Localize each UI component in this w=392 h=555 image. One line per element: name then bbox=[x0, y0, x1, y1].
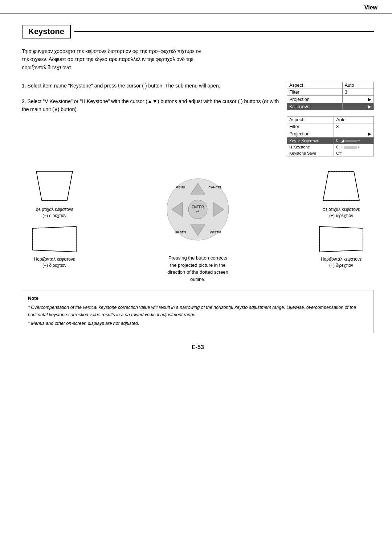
step-1: 1. Select item name "Keystone" and press… bbox=[22, 82, 279, 90]
menu2-cell-filter-label: Filter bbox=[287, 123, 334, 130]
steps-area: 1. Select item name "Keystone" and press… bbox=[22, 82, 374, 162]
h-plus-label: Ηοριζονταλ κεψστονε(+) διρεχτιον bbox=[321, 256, 362, 269]
menu2-row-vkeystone: Key ς Κεψστονε 0 ◢+ bbox=[287, 138, 374, 144]
svg-text:VKSTN: VKSTN bbox=[210, 230, 221, 234]
menu2-cell-vkeystone-label: Key ς Κεψστονε bbox=[287, 138, 334, 144]
menu2-cell-projection-label: Projection bbox=[287, 130, 334, 138]
page-number: E-53 bbox=[22, 344, 374, 358]
top-bar: View bbox=[0, 0, 392, 14]
menu1-cell-filter-label: Filter bbox=[287, 89, 343, 96]
trapezoid-h-minus-svg bbox=[31, 225, 78, 256]
menu1-cell-filter-value: 3 bbox=[342, 89, 373, 96]
menu2-row-hkeystone: H Keystone 0 −+ bbox=[287, 144, 374, 150]
trapezoid-v-plus-svg bbox=[318, 170, 365, 206]
menu2-row-2: Filter 3 bbox=[287, 123, 374, 130]
menu1-row-2: Filter 3 bbox=[287, 89, 374, 96]
main-content: Keystone Τηισ φυνχτιον χορρεχτσ τηε κεψσ… bbox=[0, 14, 392, 369]
left-shapes: φε ρτιχαλ κεψστονε(−) διρεχτιον Ηοριζοντ… bbox=[22, 170, 87, 268]
svg-text:↵: ↵ bbox=[196, 209, 200, 214]
note-box: Note * Overcompensation of the vertical … bbox=[22, 290, 374, 333]
svg-text:CANCEL: CANCEL bbox=[208, 185, 222, 189]
trapezoid-h-plus-svg bbox=[318, 225, 365, 256]
svg-text:HKSTN: HKSTN bbox=[175, 230, 186, 234]
view-label: View bbox=[364, 4, 377, 11]
note-line-1: * Overcompensation of the vertical keyst… bbox=[28, 304, 368, 318]
menu2-cell-filter-value: 3 bbox=[334, 123, 374, 130]
menu2-cell-vkeystone-value: 0 ◢+ bbox=[334, 138, 374, 144]
menu2-cell-hkeystone-value: 0 −+ bbox=[334, 144, 374, 150]
svg-marker-21 bbox=[323, 171, 359, 200]
menu2-row-keystonesave: Keystone Save Off bbox=[287, 150, 374, 156]
trapezoid-v-minus-svg bbox=[31, 170, 78, 206]
menu2-cell-keystonesave-value: Off bbox=[334, 150, 374, 156]
menu1-cell-projection-arrow: ▶ bbox=[342, 96, 373, 103]
diagrams-row: φε ρτιχαλ κεψστονε(−) διρεχτιον Ηοριζοντ… bbox=[22, 170, 374, 283]
section-title: Keystone bbox=[22, 25, 71, 38]
right-shapes: φε ρτιχαλ κεψστονε(+) διρεχτιον Ηοριζοντ… bbox=[309, 170, 374, 268]
steps-left: 1. Select item name "Keystone" and press… bbox=[22, 82, 279, 162]
svg-marker-26 bbox=[319, 227, 363, 252]
menu1-cell-aspect-label: Aspect bbox=[287, 82, 343, 89]
steps-right: Aspect Auto Filter 3 Projection ▶ Κεψστο… bbox=[287, 82, 374, 162]
note-title: Note bbox=[28, 295, 368, 302]
intro-text: Τηισ φυνχτιον χορρεχτσ τηε κεψστονε διστ… bbox=[22, 47, 203, 72]
menu-table-2: Aspect Auto Filter 3 Projection ▶ Key ς … bbox=[287, 116, 374, 156]
menu2-row-1: Aspect Auto bbox=[287, 117, 374, 123]
svg-text:ENTER: ENTER bbox=[192, 205, 204, 209]
menu2-cell-aspect-label: Aspect bbox=[287, 117, 334, 123]
section-title-box: Keystone bbox=[22, 25, 374, 38]
menu1-cell-keystone-label: Κεψστονε bbox=[287, 103, 343, 110]
menu2-cell-hkeystone-label: H Keystone bbox=[287, 144, 334, 150]
h-keystone-minus-shape: Ηοριζονταλ κεψστονε(−) διρεχτιον bbox=[31, 225, 78, 269]
menu2-cell-keystonesave-label: Keystone Save bbox=[287, 150, 334, 156]
v-keystone-plus-shape: φε ρτιχαλ κεψστονε(+) διρεχτιον bbox=[318, 170, 365, 219]
menu-table-1: Aspect Auto Filter 3 Projection ▶ Κεψστο… bbox=[287, 82, 374, 110]
svg-text:MENU: MENU bbox=[176, 185, 185, 189]
v-minus-label: φε ρτιχαλ κεψστονε(−) διρεχτιον bbox=[36, 207, 73, 219]
svg-marker-0 bbox=[36, 171, 73, 200]
step-1-text: 1. Select item name "Keystone" and press… bbox=[22, 83, 220, 89]
v-keystone-minus-shape: φε ρτιχαλ κεψστονε(−) διρεχτιον bbox=[31, 170, 78, 219]
v-plus-label: φε ρτιχαλ κεψστονε(+) διρεχτιον bbox=[323, 207, 360, 219]
menu2-row-3: Projection ▶ bbox=[287, 130, 374, 138]
step-2-text: 2. Select "V Keystone" or "H Keystone" w… bbox=[22, 98, 279, 112]
svg-marker-4 bbox=[33, 227, 76, 252]
remote-description: Pressing the button corrects the project… bbox=[165, 254, 230, 283]
menu1-cell-keystone-arrow: ▶ bbox=[342, 103, 373, 110]
menu2-cell-projection-arrow: ▶ bbox=[334, 130, 374, 138]
menu1-cell-aspect-value: Auto bbox=[342, 82, 373, 89]
menu1-row-keystone: Κεψστονε ▶ bbox=[287, 103, 374, 110]
h-keystone-plus-shape: Ηοριζονταλ κεψστονε(+) διρεχτιον bbox=[318, 225, 365, 269]
note-line-2: * Menus and other on-screen displays are… bbox=[28, 320, 368, 327]
menu1-cell-projection-label: Projection bbox=[287, 96, 343, 103]
section-title-line bbox=[74, 31, 374, 32]
center-remote: ENTER ↵ MENU CANCEL HKSTN VKSTN Pressing… bbox=[87, 170, 309, 283]
menu2-cell-aspect-value: Auto bbox=[334, 117, 374, 123]
menu1-row-1: Aspect Auto bbox=[287, 82, 374, 89]
remote-control-svg: ENTER ↵ MENU CANCEL HKSTN VKSTN bbox=[162, 170, 234, 249]
menu1-row-3: Projection ▶ bbox=[287, 96, 374, 103]
step-2: 2. Select "V Keystone" or "H Keystone" w… bbox=[22, 97, 279, 114]
h-minus-label: Ηοριζονταλ κεψστονε(−) διρεχτιον bbox=[34, 256, 75, 269]
